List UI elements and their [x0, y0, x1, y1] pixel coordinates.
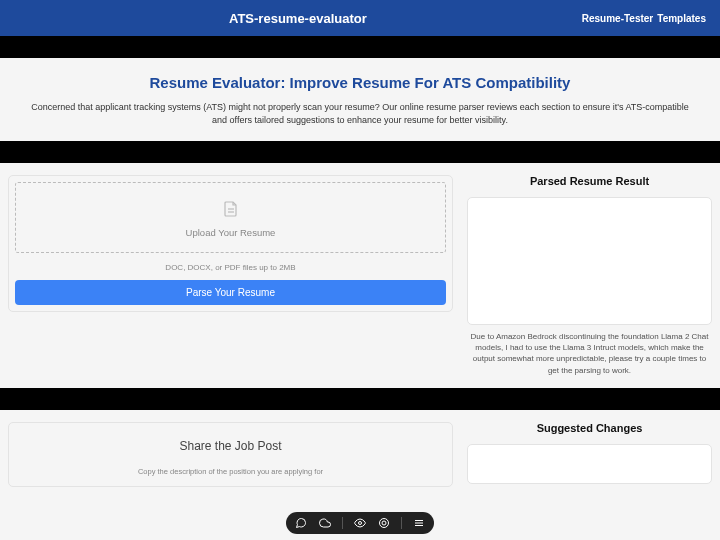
file-type-hint: DOC, DOCX, or PDF files up to 2MB: [15, 253, 446, 280]
upload-section: Upload Your Resume DOC, DOCX, or PDF fil…: [0, 163, 720, 388]
parse-resume-button[interactable]: Parse Your Resume: [15, 280, 446, 305]
nav-link-resume-tester[interactable]: Resume-Tester: [582, 13, 654, 24]
jobpost-section: Share the Job Post Copy the description …: [0, 410, 720, 499]
document-icon: [224, 201, 238, 219]
nav-links: Resume-Tester Templates: [582, 13, 706, 24]
svg-point-3: [380, 519, 389, 528]
page-description: Concerned that applicant tracking system…: [24, 101, 696, 127]
toolbar-separator-2: [401, 517, 402, 529]
dropzone-label: Upload Your Resume: [24, 227, 437, 238]
divider-bar-2: [0, 141, 720, 163]
jobpost-card: Share the Job Post Copy the description …: [8, 422, 453, 487]
upload-dropzone[interactable]: Upload Your Resume: [15, 182, 446, 253]
menu-icon[interactable]: [412, 516, 426, 530]
model-disclaimer: Due to Amazon Bedrock discontinuing the …: [467, 325, 712, 376]
suggested-changes-heading: Suggested Changes: [467, 422, 712, 434]
svg-point-2: [359, 522, 362, 525]
floating-toolbar: [286, 512, 434, 534]
upload-card: Upload Your Resume DOC, DOCX, or PDF fil…: [8, 175, 453, 312]
divider-bar-1: [0, 36, 720, 58]
suggested-changes-box: [467, 444, 712, 484]
jobpost-hint: Copy the description of the position you…: [19, 467, 442, 476]
nav-link-templates[interactable]: Templates: [657, 13, 706, 24]
parsed-result-heading: Parsed Resume Result: [467, 175, 712, 187]
parsed-result-box: [467, 197, 712, 325]
jobpost-title: Share the Job Post: [19, 439, 442, 453]
page-title: Resume Evaluator: Improve Resume For ATS…: [24, 74, 696, 91]
chat-icon[interactable]: [294, 516, 308, 530]
hero-section: Resume Evaluator: Improve Resume For ATS…: [0, 58, 720, 141]
app-title: ATS-resume-evaluator: [14, 11, 582, 26]
target-icon[interactable]: [377, 516, 391, 530]
cloud-icon[interactable]: [318, 516, 332, 530]
eye-icon[interactable]: [353, 516, 367, 530]
toolbar-separator-1: [342, 517, 343, 529]
svg-point-4: [382, 521, 386, 525]
divider-bar-3: [0, 388, 720, 410]
top-navbar: ATS-resume-evaluator Resume-Tester Templ…: [0, 0, 720, 36]
